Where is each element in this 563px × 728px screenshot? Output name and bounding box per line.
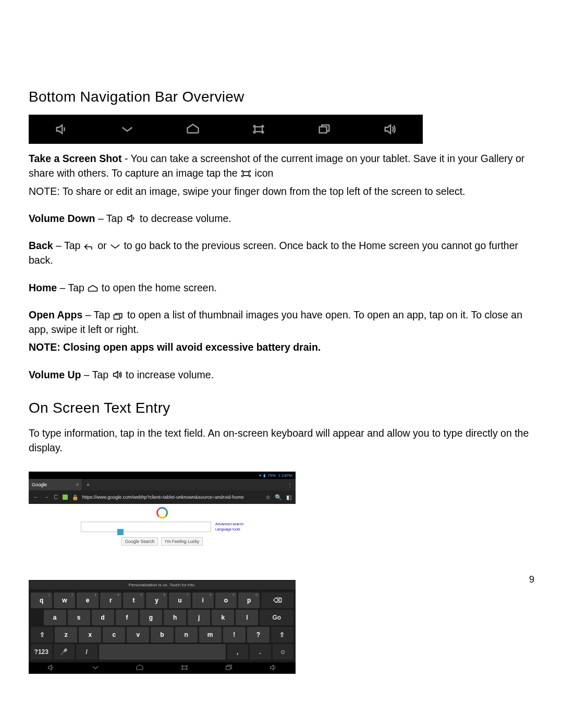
key-g[interactable]: g: [140, 610, 162, 625]
feeling-lucky-button[interactable]: I'm Feeling Lucky: [161, 537, 203, 546]
keyboard-hint[interactable]: Personalization is on. Touch for info.: [29, 580, 296, 589]
key-mic[interactable]: 🎤: [54, 644, 75, 660]
key-v[interactable]: v: [127, 627, 149, 643]
screenshot-inline-icon: [240, 169, 252, 178]
browser-tab[interactable]: Google ×: [29, 479, 82, 490]
svg-rect-5: [226, 667, 230, 670]
svg-rect-1: [320, 127, 327, 133]
svg-rect-4: [182, 667, 187, 669]
recent-apps-icon[interactable]: [317, 122, 332, 137]
key-x[interactable]: x: [79, 627, 101, 643]
volup-text-a: – Tap: [81, 369, 111, 380]
back-text-a: – Tap: [53, 240, 83, 251]
screenshot-paragraph: Take a Screen Shot - You can take a scre…: [29, 151, 529, 181]
key-y[interactable]: y6: [146, 593, 167, 608]
key-a[interactable]: a: [44, 610, 66, 625]
tab-title: Google: [32, 482, 47, 487]
key-period[interactable]: .: [250, 644, 271, 660]
nav-screenshot-icon[interactable]: [180, 663, 189, 673]
key-b[interactable]: b: [151, 627, 173, 643]
key-f[interactable]: f: [116, 610, 138, 625]
nav-volume-up-icon[interactable]: [269, 663, 277, 673]
key-slash[interactable]: /: [76, 644, 97, 660]
key-r[interactable]: r4: [100, 593, 121, 608]
key-comma[interactable]: ,: [227, 644, 249, 660]
key-l[interactable]: l: [236, 610, 258, 625]
status-battery: 79%: [267, 473, 276, 478]
nav-volume-down-icon[interactable]: [47, 663, 55, 673]
screenshot-icon[interactable]: [251, 122, 266, 137]
home-inline-icon: [87, 284, 99, 293]
new-tab-button[interactable]: +: [82, 479, 94, 490]
volume-up-icon[interactable]: [383, 122, 397, 137]
key-j[interactable]: j: [188, 610, 210, 625]
key-k[interactable]: k: [212, 610, 234, 625]
key-go[interactable]: Go: [260, 610, 293, 625]
key-q[interactable]: q1: [31, 593, 52, 608]
nav-back-icon[interactable]: ←: [33, 493, 39, 501]
bookmarks-icon[interactable]: ◧: [286, 494, 291, 501]
key-![interactable]: !: [223, 627, 246, 643]
search-icon[interactable]: 🔍: [275, 494, 282, 501]
back-arrow-inline-icon: [83, 242, 95, 251]
url-text[interactable]: https://www.google.com/webhp?client=tabl…: [82, 495, 261, 500]
browser-menu-icon[interactable]: ⋮: [284, 479, 296, 490]
key-symbols[interactable]: ?123: [31, 644, 52, 660]
voldown-text-a: – Tap: [95, 213, 125, 224]
browser-viewport: Advanced search Language tools Google Se…: [29, 504, 296, 580]
key-?[interactable]: ?: [247, 627, 270, 643]
openapps-note-text: NOTE: Closing open apps will avoid exces…: [29, 341, 321, 353]
volume-down-paragraph: Volume Down – Tap to decrease volume.: [29, 211, 529, 226]
heading-text-entry: On Screen Text Entry: [29, 400, 534, 416]
keyboard-nav-bar: [29, 662, 296, 674]
openapps-text-a: – Tap: [82, 309, 113, 320]
page-number: 9: [529, 574, 534, 585]
screenshot-text-b: icon: [255, 167, 274, 179]
key-e[interactable]: e3: [77, 593, 98, 608]
key-c[interactable]: c: [103, 627, 125, 643]
close-tab-icon[interactable]: ×: [76, 482, 79, 487]
key-space[interactable]: [99, 644, 226, 660]
status-bar: ▾ ▮ 79% 1:14PM: [29, 472, 296, 479]
star-icon[interactable]: ☆: [265, 494, 271, 501]
key-p[interactable]: p0: [238, 593, 260, 608]
key-o[interactable]: o9: [215, 593, 237, 608]
svg-rect-0: [255, 127, 262, 131]
nav-home-icon[interactable]: [136, 663, 144, 673]
site-info-icon[interactable]: [63, 495, 68, 500]
screenshot-note: NOTE: To share or edit an image, swipe y…: [29, 184, 529, 199]
openapps-label: Open Apps: [29, 309, 82, 320]
key-u[interactable]: u7: [169, 593, 190, 608]
key-d[interactable]: d: [92, 610, 114, 625]
key-t[interactable]: t5: [123, 593, 144, 608]
google-search-button[interactable]: Google Search: [121, 537, 158, 546]
text-cursor-handle[interactable]: [117, 529, 124, 535]
bottom-nav-bar: [29, 115, 423, 144]
key-i[interactable]: i8: [192, 593, 214, 608]
home-icon[interactable]: [186, 122, 200, 137]
key-s[interactable]: s: [68, 610, 90, 625]
volume-down-icon[interactable]: [54, 122, 69, 137]
wifi-icon: ▾: [259, 473, 261, 478]
key-shift-right[interactable]: ⇧: [271, 627, 293, 643]
nav-forward-icon[interactable]: →: [43, 493, 50, 501]
key-emoji[interactable]: ☺: [273, 644, 294, 660]
language-tools-link[interactable]: Language tools: [215, 527, 243, 532]
key-h[interactable]: h: [164, 610, 186, 625]
nav-back-chevron-icon[interactable]: [91, 663, 100, 673]
back-chevron-icon[interactable]: [120, 122, 134, 137]
google-search-input[interactable]: [81, 522, 211, 532]
key-m[interactable]: m: [199, 627, 222, 643]
svg-rect-2: [243, 171, 249, 175]
key-z[interactable]: z: [55, 627, 77, 643]
key-w[interactable]: w2: [54, 593, 75, 608]
advanced-search-link[interactable]: Advanced search: [215, 522, 243, 526]
key-backspace[interactable]: ⌫: [261, 593, 293, 608]
key-shift-left[interactable]: ⇧: [31, 627, 53, 643]
back-paragraph: Back – Tap or to go back to the previous…: [29, 238, 529, 268]
nav-recent-apps-icon[interactable]: [225, 663, 233, 673]
key-n[interactable]: n: [175, 627, 198, 643]
reload-icon[interactable]: C: [54, 493, 58, 501]
open-apps-note: NOTE: Closing open apps will avoid exces…: [29, 340, 529, 354]
volume-down-inline-icon: [126, 214, 137, 224]
